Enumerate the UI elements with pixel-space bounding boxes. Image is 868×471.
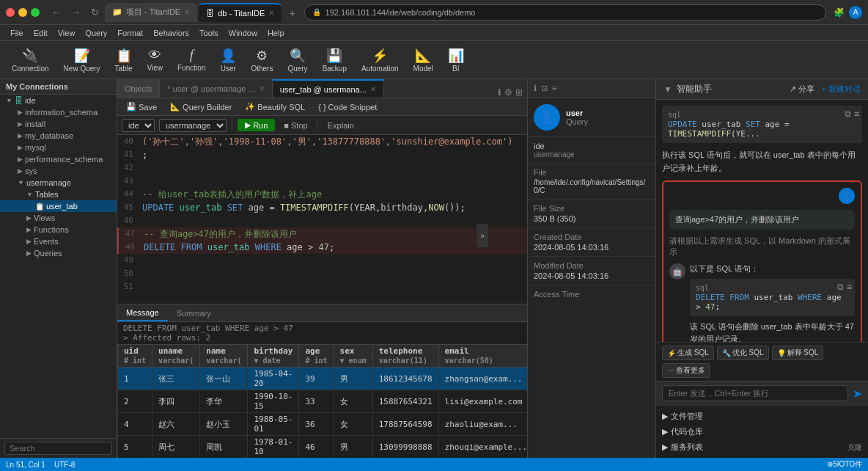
menu-help[interactable]: Help bbox=[263, 27, 289, 39]
copy-sql-icon[interactable]: ⧉ bbox=[837, 282, 844, 292]
sidebar-item-information-schema[interactable]: ▶ information_schema bbox=[0, 106, 117, 118]
editor-tab-user[interactable]: * user @ usermanage ... ✕ bbox=[160, 79, 272, 98]
my-connections-label: My Connections bbox=[6, 82, 68, 91]
reload-btn[interactable]: ↻ bbox=[88, 5, 102, 19]
menu-query[interactable]: Query bbox=[81, 27, 111, 39]
sidebar-item-my-database[interactable]: ▶ my_database bbox=[0, 130, 117, 142]
menu-window[interactable]: Window bbox=[224, 27, 262, 39]
sidebar-item-events[interactable]: ▶ Events bbox=[0, 236, 117, 247]
grid-icon[interactable]: ⊞ bbox=[515, 87, 523, 98]
code-editor[interactable]: 40 ('孙十二','孙强','1998-11-08','男','1387777… bbox=[117, 135, 527, 304]
sidebar-item-usermanage[interactable]: ▼ usermanage bbox=[0, 177, 117, 189]
sidebar-item-mysql[interactable]: ▶ mysql bbox=[0, 142, 117, 153]
cell-name: 周凯 bbox=[200, 436, 248, 459]
tool-bi[interactable]: 📊 BI bbox=[442, 45, 470, 75]
ai-footer-link-code[interactable]: ▶ 代码仓库 bbox=[662, 424, 862, 439]
table-row[interactable]: 4赵六赵小玉1988-05-0136女17887564598zhaoliu@ex… bbox=[118, 413, 528, 436]
info-icon-3[interactable]: ≡ bbox=[552, 84, 556, 93]
table-row[interactable]: 1张三张一山1985-04-2039男18612345678zhangsan@e… bbox=[118, 368, 528, 390]
info-icon-2[interactable]: ⊡ bbox=[541, 84, 548, 93]
tool-connection[interactable]: 🔌 Connection bbox=[6, 45, 55, 75]
menu-format[interactable]: Format bbox=[113, 27, 147, 39]
btn-max[interactable] bbox=[31, 8, 40, 17]
forward-btn[interactable]: → bbox=[68, 5, 84, 19]
menu-behaviors[interactable]: Behaviors bbox=[149, 27, 194, 39]
run-btn[interactable]: ▶ Run bbox=[238, 119, 275, 131]
save-btn[interactable]: 💾 Save bbox=[122, 101, 161, 112]
results-tab-summary[interactable]: Summary bbox=[168, 304, 220, 321]
ai-share-btn[interactable]: ↗ 分享 bbox=[790, 84, 814, 95]
results-tab-message[interactable]: Message bbox=[117, 304, 168, 321]
line-num-42: 42 bbox=[117, 161, 139, 175]
browser-tab-2[interactable]: 🗄 db - TitanIDE ✕ bbox=[199, 3, 282, 22]
schema-selector[interactable]: usermanage bbox=[159, 119, 227, 132]
beautify-btn[interactable]: ✨ Beautify SQL bbox=[240, 101, 309, 112]
btn-min[interactable] bbox=[18, 8, 27, 17]
editor-tab-objects[interactable]: Objects bbox=[117, 79, 160, 98]
sidebar-item-user-tab[interactable]: 📋 user_tab bbox=[0, 200, 117, 212]
tool-query[interactable]: 🔍 Query bbox=[282, 45, 313, 75]
table-row[interactable]: 5周七周凯1978-01-1046男13099998888zhouqi@exam… bbox=[118, 436, 528, 459]
ai-action-more[interactable]: ⋯ 查看更多 bbox=[662, 363, 710, 378]
ai-action-generate[interactable]: ⚡ 生成 SQL bbox=[662, 346, 714, 360]
format-icon[interactable]: ≡ bbox=[854, 109, 859, 119]
sidebar-item-views[interactable]: ▶ Views bbox=[0, 212, 117, 224]
profile-icon[interactable]: A bbox=[849, 6, 862, 19]
tool-automation[interactable]: ⚡ Automation bbox=[356, 45, 405, 75]
format-sql-icon[interactable]: ≡ bbox=[847, 282, 852, 292]
menu-edit[interactable]: Edit bbox=[29, 27, 52, 39]
search-input[interactable] bbox=[4, 442, 112, 455]
address-bar[interactable]: 🔒 192.168.101.144/ide/web/coding/db/demo bbox=[304, 4, 826, 21]
functions-expand-icon: ▶ bbox=[26, 226, 32, 233]
info-icon[interactable]: ℹ bbox=[498, 87, 501, 98]
sidebar-item-ide[interactable]: ▼ 🗄 ide bbox=[0, 95, 117, 106]
ai-action-optimize[interactable]: 🔧 优化 SQL bbox=[717, 346, 769, 360]
clone-label[interactable]: 克隆 bbox=[847, 442, 862, 453]
query-builder-btn[interactable]: 📐 Query Builder bbox=[166, 101, 236, 112]
tab1-close[interactable]: ✕ bbox=[184, 8, 190, 16]
sidebar-item-sys[interactable]: ▶ sys bbox=[0, 165, 117, 177]
sidebar-item-functions[interactable]: ▶ Functions bbox=[0, 224, 117, 236]
ai-input-field[interactable] bbox=[662, 385, 848, 401]
table-row[interactable]: 2李四李华1990-10-1533女15887654321lisi@exampl… bbox=[118, 390, 528, 413]
ai-action-explain[interactable]: 💡 解释 SQL bbox=[772, 346, 824, 360]
user-tab-active-close-icon[interactable]: ✕ bbox=[370, 85, 376, 93]
sidebar-item-install[interactable]: ▶ install bbox=[0, 118, 117, 130]
sidebar-item-performance-schema[interactable]: ▶ performance_schema bbox=[0, 153, 117, 165]
ai-send-btn[interactable]: ➤ bbox=[853, 387, 862, 401]
tool-others[interactable]: ⚙ Others bbox=[245, 45, 279, 75]
menu-file[interactable]: File bbox=[6, 27, 28, 39]
tool-backup[interactable]: 💾 Backup bbox=[317, 45, 353, 75]
menu-view[interactable]: View bbox=[54, 27, 80, 39]
tab-add-btn[interactable]: + bbox=[283, 4, 301, 22]
settings-icon[interactable]: ⚙ bbox=[504, 87, 512, 98]
copy-icon[interactable]: ⧉ bbox=[845, 109, 851, 119]
explain-btn[interactable]: Explain bbox=[323, 120, 358, 131]
info-icon-1[interactable]: ℹ bbox=[534, 84, 537, 93]
data-table-container[interactable]: uid# int unamevarchar( namevarchar( birt… bbox=[117, 344, 527, 458]
browser-tab-1[interactable]: 📁 项目 - TitanIDE ✕ bbox=[105, 3, 197, 22]
tab2-close[interactable]: ✕ bbox=[268, 9, 274, 17]
tool-function[interactable]: f Function bbox=[172, 45, 211, 74]
menu-tools[interactable]: Tools bbox=[195, 27, 223, 39]
tool-model[interactable]: 📐 Model bbox=[408, 45, 439, 75]
tool-new-query[interactable]: 📝 New Query bbox=[58, 45, 106, 75]
stop-btn[interactable]: ■ Stop bbox=[279, 120, 312, 131]
tool-table-label: Table bbox=[115, 65, 133, 73]
tool-view[interactable]: 👁 View bbox=[141, 45, 169, 74]
tool-user[interactable]: 👤 User bbox=[214, 45, 242, 75]
user-tab-close-icon[interactable]: ✕ bbox=[259, 84, 265, 92]
extensions-icon[interactable]: 🧩 bbox=[834, 7, 845, 18]
tool-table[interactable]: 📋 Table bbox=[109, 45, 139, 75]
ai-expand-icon[interactable]: ▼ bbox=[663, 84, 672, 95]
ai-footer-link-service[interactable]: ▶ 服务列表 克隆 bbox=[662, 439, 862, 455]
editor-tab-user-tab[interactable]: user_tab @ usermana... ✕ bbox=[273, 79, 384, 98]
back-btn[interactable]: ← bbox=[48, 5, 64, 19]
sidebar-item-queries[interactable]: ▶ Queries bbox=[0, 247, 117, 259]
ai-footer-link-files[interactable]: ▶ 文件管理 bbox=[662, 409, 862, 424]
code-snippet-btn[interactable]: { } Code Snippet bbox=[314, 102, 381, 112]
db-selector[interactable]: ide bbox=[122, 119, 155, 132]
sidebar-item-tables[interactable]: ▼ Tables bbox=[0, 189, 117, 200]
btn-close[interactable] bbox=[6, 8, 15, 17]
ai-new-chat-btn[interactable]: + 新建对话 bbox=[822, 84, 861, 95]
